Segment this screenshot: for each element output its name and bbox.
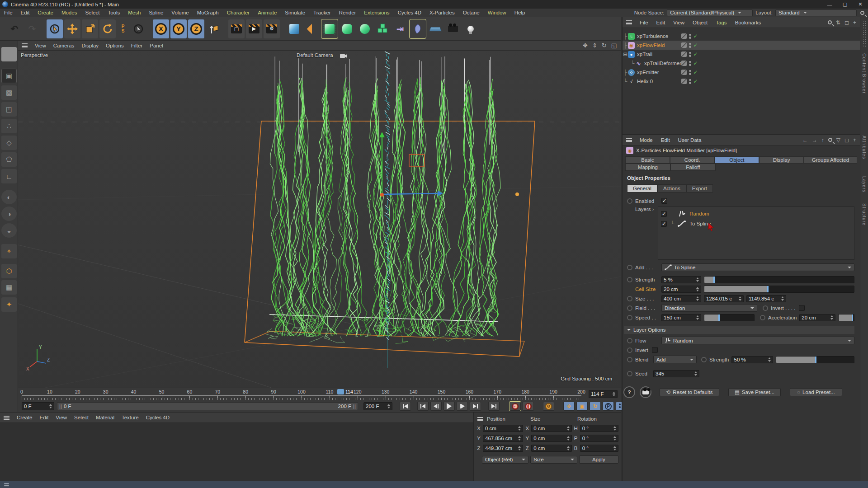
size-y-field[interactable]: 0 cm — [531, 435, 571, 442]
lock-icon[interactable]: ◻ — [844, 137, 849, 143]
pos-x-field[interactable]: 0 cm — [483, 425, 523, 432]
keyframe-circle-icon[interactable] — [627, 277, 632, 282]
current-frame-spinner[interactable]: 114 F — [589, 390, 618, 398]
menu-tools[interactable]: Tools — [104, 10, 124, 15]
up-arrow-icon[interactable]: ↑ — [821, 137, 824, 143]
om-menu-object[interactable]: Object — [689, 20, 712, 25]
cell-size-field[interactable]: 20 cm — [661, 286, 701, 293]
size-x-field[interactable]: 400 cm — [661, 295, 701, 302]
next-key-button[interactable] — [470, 402, 481, 411]
model-mode-button[interactable]: ▣ — [1, 69, 17, 83]
visibility-dots-icon[interactable] — [689, 52, 691, 57]
material-menu-view[interactable]: View — [52, 415, 71, 420]
menu-window[interactable]: Window — [484, 10, 510, 15]
acceleration-field[interactable]: 20 cm — [799, 314, 835, 321]
timeline-ruler[interactable]: 0 10 20 30 40 50 60 70 80 90 100 110 120… — [22, 389, 586, 401]
tab-groups-affected[interactable]: Groups Affected — [804, 156, 857, 164]
layer-options-header[interactable]: Layer Options — [624, 326, 854, 334]
orbit-view-icon[interactable]: ↻ — [602, 42, 607, 49]
axis-mode-button[interactable]: ∟ — [1, 169, 17, 183]
attr-menu-mode[interactable]: Mode — [636, 137, 657, 143]
viewport-menu-options[interactable]: Options — [102, 43, 127, 48]
goto-end-button[interactable] — [488, 402, 500, 411]
live-selection-button[interactable] — [47, 19, 63, 38]
attribute-menu-icon[interactable] — [626, 138, 632, 142]
node-space-dropdown[interactable]: Current (Standard/Physical) — [667, 9, 753, 16]
attr-menu-edit[interactable]: Edit — [657, 137, 674, 143]
modeling-settings-button[interactable]: ✦ — [1, 297, 17, 312]
filter-icon[interactable]: ▽ — [836, 137, 840, 143]
speed-field[interactable]: 150 cm — [661, 314, 701, 321]
menu-simulate[interactable]: Simulate — [281, 10, 309, 15]
make-editable-button[interactable] — [1, 47, 17, 61]
keyframe-circle-icon[interactable] — [627, 347, 632, 353]
keyframe-circle-icon[interactable] — [627, 305, 632, 311]
simulate-button[interactable]: ⇥ — [392, 19, 408, 38]
range-handle-right[interactable]: || — [353, 404, 356, 409]
preview-range-bar[interactable]: || 0 F 200 F || — [57, 402, 358, 410]
texture-mode-button[interactable]: ▩ — [1, 85, 17, 100]
size-z-field[interactable]: 1149.854 c — [746, 295, 786, 302]
viewport-menu-cameras[interactable]: Cameras — [50, 43, 78, 48]
enabled-check-icon[interactable]: ✓ — [693, 78, 698, 84]
tab-display[interactable]: Display — [759, 156, 804, 164]
layer-checkbox[interactable]: ✓ — [661, 211, 667, 217]
keyframe-circle-icon[interactable] — [627, 371, 632, 376]
snap-modes-button[interactable]: ⬡ — [1, 264, 17, 278]
coordinate-system-button[interactable] — [206, 19, 222, 38]
layout-dropdown[interactable]: Standard — [775, 9, 857, 16]
apply-button[interactable]: Apply — [579, 455, 618, 464]
camera-label[interactable]: Default Camera — [297, 52, 333, 58]
next-frame-button[interactable] — [457, 402, 468, 411]
move-tool-button[interactable] — [64, 19, 80, 38]
layer-toggle-icon[interactable] — [681, 70, 687, 75]
search-icon[interactable] — [828, 138, 832, 142]
render-view-button[interactable]: ▢ — [228, 19, 245, 38]
material-menu-icon[interactable] — [4, 416, 9, 420]
enabled-checkbox[interactable]: ✓ — [661, 198, 667, 204]
enabled-check-icon[interactable]: ✓ — [693, 51, 698, 57]
menu-animate[interactable]: Animate — [254, 10, 281, 15]
spinner-arrows-icon[interactable] — [386, 404, 390, 408]
visibility-dots-icon[interactable] — [689, 61, 691, 66]
points-mode-button[interactable]: ∴ — [1, 119, 17, 133]
help-icon[interactable]: ? — [623, 386, 635, 398]
range-start-spinner[interactable]: 0 F — [22, 402, 54, 410]
undo-button[interactable]: ↶ — [6, 19, 23, 38]
menu-xparticles[interactable]: X-Particles — [425, 10, 459, 15]
pos-y-field[interactable]: 467.856 cm — [483, 435, 523, 442]
forward-arrow-icon[interactable]: → — [812, 137, 817, 143]
viewport-menu-icon[interactable] — [22, 43, 28, 47]
visibility-dots-icon[interactable] — [689, 70, 691, 75]
object-row-helix[interactable]: └ √ Helix 0 ✓ — [623, 77, 860, 86]
field-dropdown[interactable]: Direction — [661, 304, 757, 312]
search-icon[interactable] — [828, 20, 832, 24]
strength2-field[interactable]: 50 % — [731, 356, 773, 363]
enabled-check-icon[interactable]: ✓ — [693, 60, 698, 66]
tab-basic[interactable]: Basic — [625, 156, 670, 164]
menu-mesh[interactable]: Mesh — [124, 10, 145, 15]
previous-key-button[interactable] — [417, 402, 429, 411]
layers-list[interactable]: ✓ ─ Random ✓ └ To Spline — [658, 206, 854, 260]
field-button[interactable] — [410, 19, 426, 38]
spline-pen-button[interactable] — [304, 19, 320, 38]
playhead-marker[interactable] — [337, 389, 344, 394]
viewport-menu-display[interactable]: Display — [78, 43, 102, 48]
viewport-solo-single-button[interactable]: ◑ — [1, 206, 17, 221]
scale-tool-button[interactable] — [82, 19, 98, 38]
menu-render[interactable]: Render — [335, 10, 360, 15]
attr-menu-userdata[interactable]: User Data — [674, 137, 706, 143]
render-to-picture-viewer-button[interactable]: ▶ — [246, 19, 262, 38]
object-row-xpflowfield[interactable]: ├ ◉ xpFlowField ✓ — [623, 41, 860, 50]
keyframe-circle-icon[interactable] — [627, 265, 632, 270]
layer-toggle-icon[interactable] — [681, 61, 687, 66]
size-z-field[interactable]: 0 cm — [531, 445, 571, 452]
keyframe-circle-icon[interactable] — [627, 338, 632, 343]
pos-z-field[interactable]: 449.307 cm — [483, 445, 523, 452]
menu-spline[interactable]: Spline — [145, 10, 167, 15]
subtab-export[interactable]: Export — [686, 184, 713, 192]
add-dropdown[interactable]: To Spline — [661, 263, 854, 271]
previous-frame-button[interactable] — [430, 402, 442, 411]
minimize-button[interactable]: — — [822, 0, 837, 9]
tab-object[interactable]: Object — [714, 156, 759, 164]
